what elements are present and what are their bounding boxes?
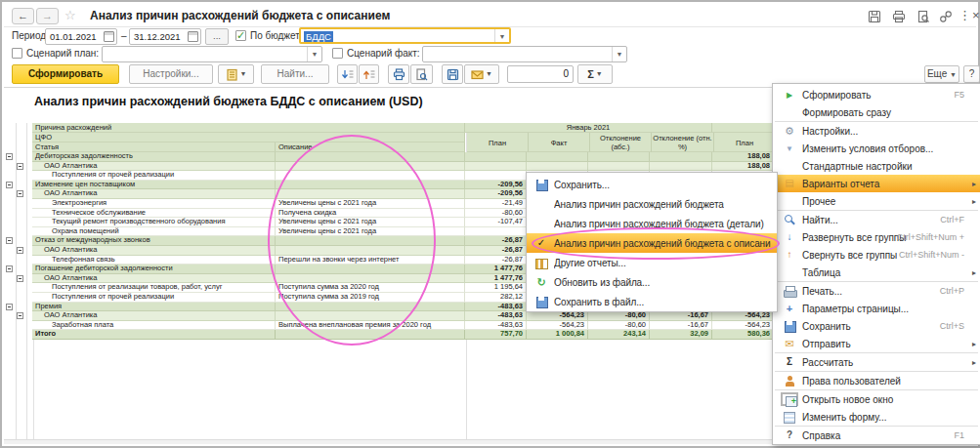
forward-button[interactable]: →: [36, 8, 59, 24]
menu-item[interactable]: Анализ причин расхождений бюджета (детал…: [527, 214, 777, 233]
menu-item[interactable]: Отправить ▸: [773, 335, 980, 352]
menu-item[interactable]: Таблица ▸: [773, 264, 980, 281]
collapse-group-icon[interactable]: [6, 237, 13, 244]
help-button[interactable]: ?: [963, 65, 980, 83]
close-icon[interactable]: ×: [972, 8, 980, 22]
collapse-group-icon[interactable]: [17, 312, 23, 319]
chevron-down-icon[interactable]: ▼: [307, 47, 321, 61]
more-button[interactable]: Еще ▼: [924, 65, 959, 83]
menu-item[interactable]: Другие отчеты...: [527, 253, 777, 272]
menu-item[interactable]: Открыть новое окно ▸: [773, 390, 980, 408]
calendar-icon[interactable]: [104, 31, 114, 42]
settings-button[interactable]: Настройки...: [129, 64, 213, 84]
menu-item[interactable]: Развернуть все группы Ctrl+Shift+Num + ▸: [773, 228, 980, 246]
back-button[interactable]: ←: [12, 8, 34, 24]
menu-item[interactable]: Формировать сразу ▸: [773, 103, 980, 121]
menu-item[interactable]: Сохранить Ctrl+S ▸: [773, 317, 980, 335]
print-preview-button[interactable]: [410, 64, 433, 84]
calculate-sum-button[interactable]: Σ ▼: [577, 64, 613, 84]
menu-item[interactable]: Параметры страницы... ▸: [773, 300, 980, 317]
menu-item[interactable]: Сохранить...: [527, 175, 777, 194]
save-icon[interactable]: [868, 10, 881, 23]
collapse-group-icon[interactable]: [6, 153, 13, 160]
counter-field[interactable]: 0: [507, 65, 574, 83]
menu-item[interactable]: Справка F1 ▸: [773, 427, 980, 444]
menu-item[interactable]: Анализ причин расхождений бюджета с опис…: [527, 233, 777, 253]
calendar-icon[interactable]: [188, 31, 198, 42]
expand-groups-button[interactable]: [337, 64, 358, 84]
chevron-down-icon[interactable]: ▼: [494, 29, 509, 42]
send-button[interactable]: ▼: [464, 64, 499, 84]
collapse-groups-button[interactable]: [359, 64, 379, 84]
table-row[interactable]: ОАО Атлантика -483,63 -564,23 -80,60 -16…: [4, 311, 774, 321]
budget-combo[interactable]: БДДС ▼: [299, 27, 511, 44]
print-button[interactable]: [388, 64, 409, 84]
preview-icon[interactable]: [916, 10, 930, 23]
menu-item[interactable]: Рассчитать ▸: [773, 353, 980, 371]
print-icon[interactable]: [892, 10, 906, 23]
menu-item-shortcut: Ctrl+S: [940, 321, 964, 331]
menu-item[interactable]: Найти... Ctrl+F ▸: [773, 211, 980, 228]
date-from-field[interactable]: 01.01.2021: [45, 28, 117, 45]
submenu-arrow-icon: ▸: [972, 358, 976, 367]
table-row[interactable]: Дебиторская задолженность 188,08: [4, 152, 774, 162]
row-label: Телефонная связь: [32, 256, 276, 265]
scenario-fact-checkbox[interactable]: [332, 48, 343, 59]
report-variants-button[interactable]: ▼: [218, 64, 254, 84]
menu-item-icon: [781, 410, 798, 424]
header-cfo[interactable]: ЦФО: [32, 133, 465, 143]
collapse-group-icon[interactable]: [17, 247, 23, 254]
scenario-fact-combo[interactable]: ▼: [422, 46, 627, 62]
favorite-star-icon[interactable]: ☆: [64, 8, 76, 22]
menu-item-icon: [781, 374, 798, 387]
menu-item[interactable]: Права пользователей ▸: [773, 372, 980, 389]
collapse-group-icon[interactable]: [17, 163, 23, 170]
chevron-down-icon: ▼: [950, 71, 957, 78]
collapse-group-icon[interactable]: [6, 265, 13, 272]
more-dots-icon[interactable]: ⋮: [959, 8, 971, 22]
by-budget-checkbox[interactable]: [235, 30, 246, 41]
menu-item[interactable]: Изменить форму... ▸: [773, 408, 980, 426]
menu-item[interactable]: Обновить из файла...: [527, 272, 777, 292]
date-to-field[interactable]: 31.12.2021: [129, 28, 201, 45]
menu-item[interactable]: Настройки... ▸: [773, 122, 980, 140]
header-item[interactable]: Статья: [32, 143, 276, 152]
header-plan2[interactable]: План: [714, 133, 776, 152]
menu-item-label: Варианты отчета: [802, 179, 879, 189]
save-button[interactable]: [442, 64, 463, 84]
collapse-group-icon[interactable]: [17, 275, 23, 282]
header-plan[interactable]: План: [467, 133, 529, 152]
menu-item[interactable]: Сохранить в файл...: [527, 292, 777, 311]
menu-item-label: Другие отчеты...: [554, 258, 626, 268]
row-description: [276, 303, 465, 312]
menu-item[interactable]: Варианты отчета ▸: [773, 175, 980, 192]
header-month[interactable]: Январь 2021: [465, 123, 712, 133]
menu-item-label: Параметры страницы...: [802, 304, 909, 314]
collapse-group-icon[interactable]: [17, 190, 23, 197]
menu-item[interactable]: Анализ причин расхождений бюджета: [527, 194, 777, 214]
scenario-plan-checkbox[interactable]: [12, 48, 22, 59]
header-cause[interactable]: Причина расхождений: [32, 123, 465, 133]
period-choice-button[interactable]: ...: [205, 28, 229, 45]
menu-item[interactable]: Печать... Ctrl+P ▸: [773, 282, 980, 300]
chevron-down-icon[interactable]: ▼: [612, 47, 626, 61]
menu-item[interactable]: Свернуть все группы Ctrl+Shift+Num - ▸: [773, 246, 980, 264]
menu-item[interactable]: Сформировать F5 ▸: [773, 86, 980, 103]
menu-item[interactable]: Стандартные настройки ▸: [773, 157, 980, 175]
scenario-plan-combo[interactable]: ▼: [102, 46, 322, 62]
menu-item[interactable]: Прочее ▸: [773, 192, 980, 210]
header-fact[interactable]: Факт: [529, 133, 590, 152]
find-button[interactable]: Найти...: [261, 64, 329, 84]
menu-item[interactable]: Изменить условия отборов... ▸: [773, 140, 980, 157]
link-icon[interactable]: [939, 10, 953, 23]
header-dev-rel[interactable]: Отклонение (отн. %): [652, 133, 714, 152]
table-row[interactable]: Итого 757,70 1 000,84 243,14 32,09 580,3…: [4, 330, 774, 340]
generate-button[interactable]: Сформировать: [12, 64, 119, 84]
row-label: Отказ от международных звонков: [32, 236, 276, 246]
table-row[interactable]: ОАО Атлантика 188,08: [4, 162, 774, 172]
collapse-group-icon[interactable]: [6, 182, 13, 188]
table-row[interactable]: Заработная плата Выплачена внеплановая п…: [4, 321, 774, 331]
header-dev-abs[interactable]: Отклонение (абс.): [590, 133, 652, 152]
header-description[interactable]: Описание: [276, 143, 465, 152]
collapse-group-icon[interactable]: [6, 304, 13, 310]
